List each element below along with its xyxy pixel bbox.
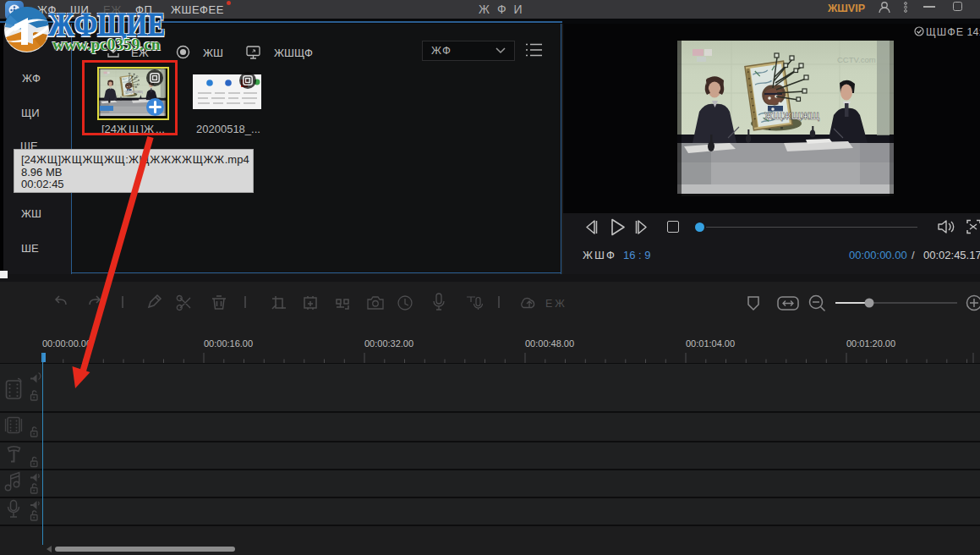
svg-text:ЕЖ: ЕЖ [545,298,567,310]
